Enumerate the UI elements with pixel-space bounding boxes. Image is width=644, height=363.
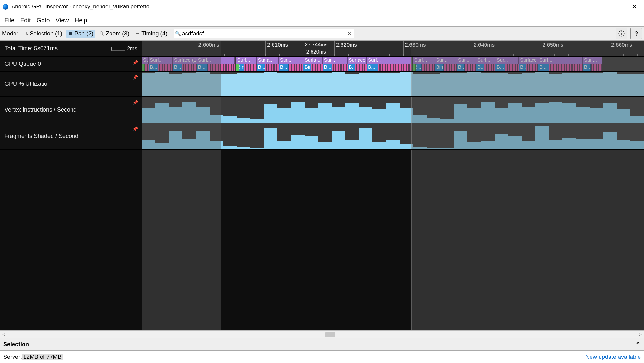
queue-render-stripes[interactable]: [484, 64, 495, 71]
queue-surface-block[interactable]: Sur...: [323, 57, 348, 64]
track-label-utilization[interactable]: GPU % Utilization 📌: [0, 72, 142, 96]
queue-binning-block[interactable]: B...: [173, 64, 182, 71]
window-close-button[interactable]: ✕: [625, 0, 644, 14]
update-available-link[interactable]: New update available: [585, 354, 641, 360]
queue-surface-block[interactable]: Surface (10...: [173, 57, 197, 64]
empty-tracks-region[interactable]: [0, 150, 644, 330]
window-maximize-button[interactable]: [605, 0, 625, 14]
queue-surface-block[interactable]: Sur...: [495, 57, 519, 64]
queue-surface-block[interactable]: Surf...: [476, 57, 495, 64]
menu-file[interactable]: File: [2, 15, 17, 25]
track-gpu-utilization[interactable]: GPU % Utilization 📌: [0, 72, 644, 97]
track-label-gpu-queue[interactable]: GPU Queue 0 📌: [0, 57, 142, 71]
pin-icon[interactable]: 📌: [132, 100, 138, 105]
queue-surface-block[interactable]: Surfa...: [303, 57, 323, 64]
search-clear-icon[interactable]: ✕: [345, 31, 354, 37]
queue-surface-block[interactable]: Surf...: [367, 57, 411, 64]
queue-surface-block[interactable]: Surf...: [149, 57, 173, 64]
queue-green-slice[interactable]: [413, 64, 416, 71]
queue-surface-block[interactable]: Sur...: [435, 57, 457, 64]
queue-surface-block[interactable]: Sur...: [279, 57, 303, 64]
search-box[interactable]: 🔍 ✕: [174, 29, 354, 38]
track-label-fragments[interactable]: Fragments Shaded / Second 📌: [0, 123, 142, 149]
queue-render-stripes[interactable]: [444, 64, 457, 71]
queue-render-stripes[interactable]: [208, 64, 235, 71]
queue-render-stripes[interactable]: [465, 64, 476, 71]
empty-body[interactable]: [142, 150, 644, 330]
queue-surface-block[interactable]: Surf...: [142, 57, 149, 64]
ruler-area[interactable]: 2,600ms2,610ms2,620ms2,630ms2,640ms2,650…: [142, 41, 644, 56]
menu-help[interactable]: Help: [72, 15, 90, 25]
track-label-vertex[interactable]: Vertex Instructions / Second 📌: [0, 97, 142, 123]
queue-render-stripes[interactable]: [182, 64, 197, 71]
mode-timing-button[interactable]: Timing (4): [133, 30, 169, 38]
queue-binning-block[interactable]: B...: [367, 64, 378, 71]
queue-render-stripes[interactable]: [591, 64, 602, 71]
queue-binning-block[interactable]: B...: [476, 64, 484, 71]
queue-surface-block[interactable]: Surface (10...: [519, 57, 538, 64]
queue-surface-block[interactable]: Surf...: [538, 57, 583, 64]
scrollbar-thumb[interactable]: [325, 332, 335, 337]
queue-binning-block[interactable]: B...: [257, 64, 265, 71]
queue-render-stripes[interactable]: [526, 64, 538, 71]
fragments-chart[interactable]: [142, 123, 644, 149]
queue-render-stripes[interactable]: [158, 64, 173, 71]
help-button[interactable]: ？: [630, 28, 642, 39]
window-minimize-button[interactable]: [586, 0, 605, 14]
queue-render-stripes[interactable]: [289, 64, 303, 71]
timeline-view[interactable]: Total Time: 5s071ms 2ms 2,600ms2,610ms2,…: [0, 41, 644, 330]
pin-icon[interactable]: 📌: [132, 126, 138, 132]
time-ruler[interactable]: Total Time: 5s071ms 2ms 2,600ms2,610ms2,…: [0, 41, 644, 57]
vertex-chart[interactable]: [142, 97, 644, 123]
queue-surface-block[interactable]: Sur...: [457, 57, 476, 64]
queue-green-slice[interactable]: [236, 64, 239, 71]
utilization-chart[interactable]: [142, 72, 644, 96]
pin-icon[interactable]: 📌: [132, 60, 138, 65]
queue-render-stripes[interactable]: [265, 64, 279, 71]
queue-render-stripes[interactable]: [422, 64, 435, 71]
queue-render-stripes[interactable]: [145, 64, 149, 71]
queue-render-stripes[interactable]: [311, 64, 323, 71]
queue-binning-block[interactable]: Binn...: [303, 64, 311, 71]
queue-render-stripes[interactable]: [332, 64, 347, 71]
menu-view[interactable]: View: [53, 15, 72, 25]
queue-surface-block[interactable]: Surfa...: [257, 57, 279, 64]
mode-selection-button[interactable]: Selection (1): [21, 30, 64, 38]
scroll-right-arrow-icon[interactable]: >: [637, 332, 644, 337]
queue-render-stripes[interactable]: [549, 64, 583, 71]
queue-binning-block[interactable]: B...: [279, 64, 289, 71]
selection-panel-header[interactable]: Selection ⌃: [0, 338, 644, 351]
queue-binning-block[interactable]: Binn...: [435, 64, 444, 71]
queue-binning-block[interactable]: B...: [323, 64, 333, 71]
queue-surface-block[interactable]: Surf...: [197, 57, 235, 64]
track-gpu-queue[interactable]: GPU Queue 0 📌 Surf...Surf...Surface (10.…: [0, 57, 644, 72]
info-button[interactable]: ⓘ: [616, 28, 627, 39]
track-fragments-shaded[interactable]: Fragments Shaded / Second 📌: [0, 123, 644, 150]
mode-zoom-button[interactable]: Zoom (3): [97, 30, 131, 38]
mode-pan-button[interactable]: Pan (2): [66, 30, 95, 38]
queue-binning-block[interactable]: B...: [495, 64, 505, 71]
track-vertex-instructions[interactable]: Vertex Instructions / Second 📌: [0, 97, 644, 123]
queue-surface-block[interactable]: Surf...: [236, 57, 257, 64]
queue-binning-block[interactable]: B...: [519, 64, 526, 71]
queue-binning-block[interactable]: B...: [149, 64, 158, 71]
queue-binning-block[interactable]: B...: [457, 64, 465, 71]
chevron-up-icon[interactable]: ⌃: [635, 341, 641, 348]
queue-binning-block[interactable]: B...: [583, 64, 591, 71]
horizontal-scrollbar[interactable]: < >: [0, 330, 644, 338]
queue-binning-block[interactable]: B...: [348, 64, 355, 71]
queue-surface-block[interactable]: Surf...: [583, 57, 602, 64]
queue-render-stripes[interactable]: [505, 64, 519, 71]
queue-binning-block[interactable]: B...: [197, 64, 208, 71]
queue-render-stripes[interactable]: [244, 64, 256, 71]
queue-binning-block[interactable]: B...: [538, 64, 549, 71]
scroll-left-arrow-icon[interactable]: <: [0, 332, 7, 337]
menu-edit[interactable]: Edit: [18, 15, 34, 25]
pin-icon[interactable]: 📌: [132, 75, 138, 80]
search-input[interactable]: [182, 29, 345, 38]
queue-render-stripes[interactable]: [378, 64, 412, 71]
queue-render-stripes[interactable]: [355, 64, 367, 71]
queue-surface-block[interactable]: Surface (10...: [348, 57, 367, 64]
menu-goto[interactable]: Goto: [34, 15, 52, 25]
queue-surface-block[interactable]: Surf...: [413, 57, 435, 64]
